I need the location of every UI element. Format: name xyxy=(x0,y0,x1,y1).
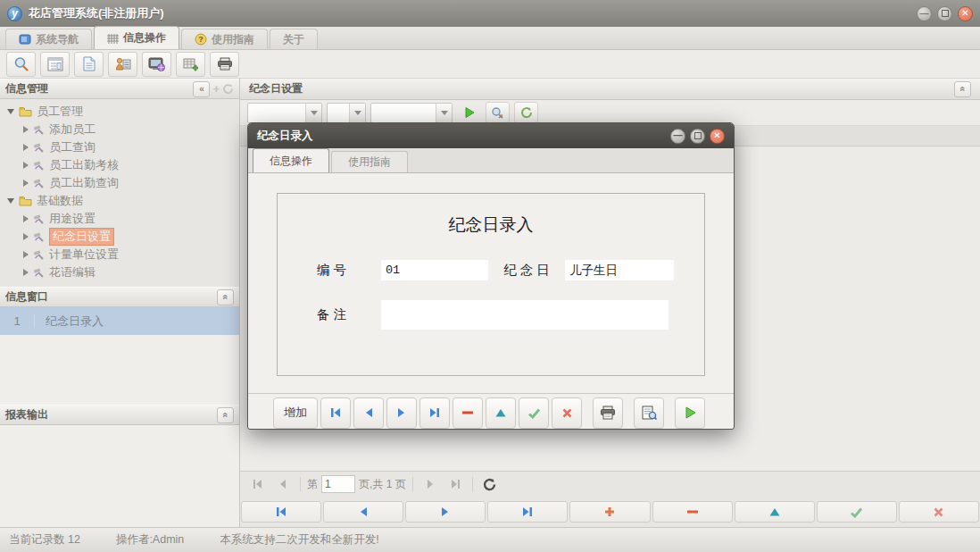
save-record-button[interactable] xyxy=(519,397,549,429)
document-button[interactable] xyxy=(74,52,104,77)
record-add-button[interactable] xyxy=(569,501,650,523)
form-view-button[interactable] xyxy=(40,52,70,77)
page-refresh-button[interactable] xyxy=(479,474,501,494)
tool-icon xyxy=(33,160,45,171)
tree-label: 员工管理 xyxy=(37,104,83,120)
tree-item-attendance-query[interactable]: 员工出勤查询 xyxy=(0,174,239,192)
dialog-controls: — ✕ xyxy=(670,129,725,144)
add-button-label: 增加 xyxy=(284,405,307,421)
tree-group-base-data[interactable]: 基础数据 xyxy=(0,192,239,210)
record-delete-button[interactable] xyxy=(652,501,733,523)
tree-label: 计量单位设置 xyxy=(49,247,119,263)
collapsed-arrow-icon[interactable] xyxy=(23,162,29,169)
cancel-record-button[interactable] xyxy=(552,397,582,429)
tree-item-usage-settings[interactable]: 用途设置 xyxy=(0,210,239,228)
page-last-button[interactable] xyxy=(444,474,466,494)
tree-label-selected: 纪念日设置 xyxy=(49,228,114,246)
page-first-button[interactable] xyxy=(247,474,269,494)
tree-item-add-employee[interactable]: 添加员工 xyxy=(0,121,239,138)
run-query-button[interactable] xyxy=(457,102,481,123)
record-prev-button[interactable] xyxy=(323,501,403,523)
collapsed-arrow-icon[interactable] xyxy=(23,180,29,187)
collapsed-arrow-icon[interactable] xyxy=(23,144,29,151)
memo-field[interactable] xyxy=(381,300,669,330)
database-add-button[interactable] xyxy=(176,52,205,77)
user-report-button[interactable] xyxy=(108,52,137,77)
report-output-title: 报表输出 xyxy=(5,407,48,422)
monitor-globe-icon xyxy=(148,57,165,71)
collapse-sidebar-button[interactable]: « xyxy=(193,81,210,97)
filter-combo-1[interactable] xyxy=(247,103,322,123)
page-number-input[interactable] xyxy=(321,475,355,493)
advanced-search-button[interactable] xyxy=(486,102,510,123)
dropdown-arrow-icon[interactable] xyxy=(349,104,365,122)
last-record-button[interactable] xyxy=(419,397,450,429)
dialog-maximize-button[interactable] xyxy=(690,129,705,144)
tree-item-employee-query[interactable]: 员工查询 xyxy=(0,138,239,156)
info-window-row-selected[interactable]: 1 纪念日录入 xyxy=(0,307,239,335)
print-preview-button[interactable] xyxy=(634,397,664,429)
collapsed-arrow-icon[interactable] xyxy=(23,233,29,240)
collapse-main-panel-button[interactable]: « xyxy=(954,81,971,97)
dialog-titlebar[interactable]: 纪念日录入 — ✕ xyxy=(248,123,734,148)
execute-button[interactable] xyxy=(675,397,705,429)
tree-item-attendance-review[interactable]: 员工出勤考核 xyxy=(0,156,239,174)
collapsed-arrow-icon[interactable] xyxy=(23,269,29,276)
tool-icon xyxy=(33,267,45,279)
record-save-button[interactable] xyxy=(817,501,897,523)
filter-combo-2[interactable] xyxy=(327,103,366,123)
tree-group-employee-mgmt[interactable]: 员工管理 xyxy=(0,103,239,121)
delete-record-button[interactable] xyxy=(453,397,483,429)
refresh-grid-button[interactable] xyxy=(514,102,538,123)
tab-info-operation[interactable]: 信息操作 xyxy=(94,26,179,49)
dialog-minimize-button[interactable]: — xyxy=(670,129,685,144)
expand-arrow-icon[interactable] xyxy=(7,198,14,204)
tree-item-flower-language[interactable]: 花语编辑 xyxy=(0,263,239,281)
anniversary-entry-dialog: 纪念日录入 — ✕ 信息操作 使用指南 纪念日录入 编 号 纪 念 日 xyxy=(247,122,735,430)
dialog-tab-info-operation[interactable]: 信息操作 xyxy=(253,148,329,172)
print-record-button[interactable] xyxy=(593,397,623,429)
tree-item-anniversary-settings[interactable]: 纪念日设置 xyxy=(0,228,239,246)
record-edit-button[interactable] xyxy=(735,501,815,523)
collapse-info-window-button[interactable]: « xyxy=(217,289,234,305)
page-prev-button[interactable] xyxy=(272,474,294,494)
prev-record-button[interactable] xyxy=(353,397,384,429)
dialog-tab-user-guide[interactable]: 使用指南 xyxy=(331,151,408,172)
collapse-report-button[interactable]: « xyxy=(217,407,234,423)
tab-label: 信息操作 xyxy=(270,154,312,169)
page-next-button[interactable] xyxy=(419,474,441,494)
record-first-button[interactable] xyxy=(241,501,321,523)
tree-item-unit-settings[interactable]: 计量单位设置 xyxy=(0,246,239,263)
dialog-close-button[interactable]: ✕ xyxy=(710,129,725,144)
next-record-button[interactable] xyxy=(386,397,417,429)
record-cancel-button[interactable] xyxy=(899,501,979,523)
collapsed-arrow-icon[interactable] xyxy=(23,126,29,133)
dropdown-arrow-icon[interactable] xyxy=(436,104,452,122)
collapsed-arrow-icon[interactable] xyxy=(23,215,29,222)
print-button[interactable] xyxy=(210,52,239,77)
edit-record-button[interactable] xyxy=(486,397,516,429)
window-maximize-button[interactable] xyxy=(937,6,952,21)
tab-user-guide[interactable]: ? 使用指南 xyxy=(181,29,268,49)
filter-combo-3[interactable] xyxy=(370,103,453,123)
tab-about[interactable]: 关于 xyxy=(270,29,318,49)
anniversary-field[interactable] xyxy=(565,260,674,280)
collapsed-arrow-icon[interactable] xyxy=(23,251,29,258)
database-add-icon xyxy=(183,57,198,71)
dropdown-arrow-icon[interactable] xyxy=(305,104,321,122)
expand-arrow-icon[interactable] xyxy=(7,109,14,114)
record-last-button[interactable] xyxy=(487,501,568,523)
status-bar: 当前记录数 12 操作者:Admin 本系统支持二次开发和全新开发! xyxy=(0,527,980,552)
page-label-prefix: 第 xyxy=(307,477,318,492)
search-button[interactable] xyxy=(6,52,36,77)
add-record-button[interactable]: 增加 xyxy=(273,397,318,429)
window-close-button[interactable]: ✕ xyxy=(958,6,973,21)
record-next-button[interactable] xyxy=(405,501,486,523)
code-field[interactable] xyxy=(381,260,488,280)
pagination-bar: 第 页,共 1 页 xyxy=(240,471,980,497)
tab-system-navigation[interactable]: 系统导航 xyxy=(5,29,92,49)
page-label-suffix: 页,共 1 页 xyxy=(359,477,406,492)
monitor-globe-button[interactable] xyxy=(142,52,171,77)
window-minimize-button[interactable]: — xyxy=(917,6,932,21)
first-record-button[interactable] xyxy=(320,397,351,429)
